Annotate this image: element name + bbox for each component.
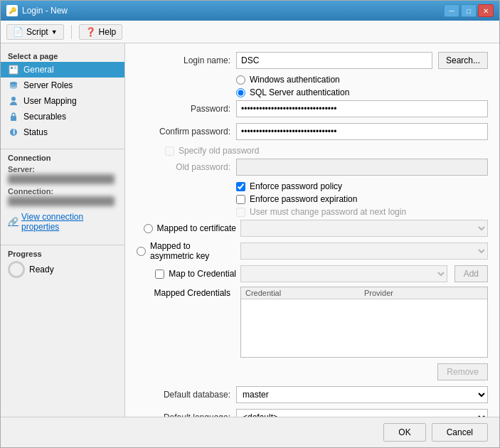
window-title: Login - New xyxy=(22,6,68,16)
enforce-expiration-checkbox[interactable] xyxy=(236,195,245,204)
svg-rect-1 xyxy=(11,67,13,69)
sidebar-item-securables[interactable]: Securables xyxy=(1,109,124,124)
script-dropdown-arrow: ▼ xyxy=(51,28,58,36)
server-roles-icon xyxy=(8,80,19,91)
sidebar-user-mapping-label: User Mapping xyxy=(23,96,77,106)
progress-status: Ready xyxy=(29,265,54,274)
sidebar-item-general[interactable]: General xyxy=(1,62,124,78)
mapped-credentials-label: Mapped Credentials xyxy=(137,287,236,298)
content-area: Login name: Search... Windows authentica… xyxy=(125,43,499,417)
default-database-select[interactable]: master xyxy=(236,386,488,403)
windows-auth-row: Windows authentication xyxy=(236,75,488,85)
old-password-input[interactable] xyxy=(236,159,488,176)
default-language-row: Default language: <default> xyxy=(137,409,488,417)
login-name-label: Login name: xyxy=(137,55,236,65)
login-name-row: Login name: Search... xyxy=(137,52,488,69)
sidebar-status-label: Status xyxy=(23,127,48,137)
link-text: View connection properties xyxy=(21,212,117,232)
user-mapping-icon xyxy=(8,95,19,107)
confirm-password-label: Confirm password: xyxy=(151,127,236,137)
svg-rect-2 xyxy=(14,67,16,68)
provider-col-header: Provider xyxy=(364,289,483,297)
link-icon: 🔗 xyxy=(8,217,18,227)
status-icon: i xyxy=(8,127,19,138)
windows-auth-radio[interactable] xyxy=(236,75,245,85)
mapped-key-select[interactable] xyxy=(240,242,488,260)
toolbar: 📄 Script ▼ ❓ Help xyxy=(1,21,499,43)
window-icon: 🔑 xyxy=(6,5,18,16)
password-label: Password: xyxy=(151,104,236,114)
map-credential-select[interactable] xyxy=(240,265,447,282)
mapped-key-label: Mapped to asymmetric key xyxy=(150,241,236,261)
title-bar: 🔑 Login - New ─ □ ✕ xyxy=(1,1,499,21)
securables-icon xyxy=(8,111,19,122)
mapped-credentials-row: Mapped Credentials Credential Provider R… xyxy=(137,287,488,380)
connection-header: Connection xyxy=(8,154,117,162)
svg-point-5 xyxy=(11,97,16,101)
map-credential-label: Map to Credential xyxy=(169,269,236,279)
cancel-button[interactable]: Cancel xyxy=(432,423,488,442)
map-credential-checkbox[interactable] xyxy=(155,270,164,279)
user-must-change-row: User must change password at next login xyxy=(236,207,488,217)
window-controls: ─ □ ✕ xyxy=(444,4,494,17)
sidebar-securables-label: Securables xyxy=(23,112,66,122)
sql-auth-row: SQL Server authentication xyxy=(236,87,488,97)
old-password-label: Old password: xyxy=(165,162,236,172)
mapped-key-radio[interactable] xyxy=(137,247,146,256)
sql-auth-label: SQL Server authentication xyxy=(250,87,349,97)
map-credential-row: Map to Credential Add xyxy=(137,265,488,282)
minimize-button[interactable]: ─ xyxy=(444,4,459,17)
remove-button[interactable]: Remove xyxy=(437,363,488,380)
svg-rect-6 xyxy=(11,116,16,121)
password-input[interactable] xyxy=(236,100,488,117)
add-credential-button[interactable]: Add xyxy=(454,265,488,282)
progress-section: Progress Ready xyxy=(1,245,124,282)
login-name-input[interactable] xyxy=(236,52,432,69)
close-button[interactable]: ✕ xyxy=(478,4,494,17)
specify-old-password-row: Specify old password xyxy=(165,146,488,156)
password-row: Password: xyxy=(151,100,488,117)
enforce-expiration-label: Enforce password expiration xyxy=(250,194,357,204)
progress-spinner xyxy=(8,261,25,278)
footer: OK Cancel xyxy=(1,417,499,447)
svg-text:i: i xyxy=(13,127,15,137)
sidebar-general-label: General xyxy=(23,65,54,75)
user-must-change-label: User must change password at next login xyxy=(250,207,406,217)
help-button[interactable]: ❓ Help xyxy=(79,24,123,40)
sidebar-item-user-mapping[interactable]: User Mapping xyxy=(1,93,124,109)
default-language-select[interactable]: <default> xyxy=(236,409,488,417)
svg-rect-3 xyxy=(14,68,16,69)
toolbar-separator xyxy=(71,25,72,39)
credential-table: Credential Provider xyxy=(240,287,488,358)
mapped-key-row: Mapped to asymmetric key xyxy=(137,241,488,261)
enforce-policy-row: Enforce password policy xyxy=(236,181,488,191)
view-connection-properties-link[interactable]: 🔗 View connection properties xyxy=(8,212,117,232)
script-button[interactable]: 📄 Script ▼ xyxy=(6,24,64,40)
mapped-cert-radio[interactable] xyxy=(144,224,153,233)
mapped-cert-label: Mapped to certificate xyxy=(157,223,236,233)
credential-col-header: Credential xyxy=(245,289,364,297)
enforce-expiration-row: Enforce password expiration xyxy=(236,194,488,204)
sidebar-item-server-roles[interactable]: Server Roles xyxy=(1,78,124,93)
help-label: Help xyxy=(99,27,117,37)
script-label: Script xyxy=(26,27,48,37)
confirm-password-row: Confirm password: xyxy=(151,123,488,140)
old-password-row: Old password: xyxy=(165,159,488,176)
confirm-password-input[interactable] xyxy=(236,123,488,140)
sql-auth-radio[interactable] xyxy=(236,88,245,97)
enforce-policy-checkbox[interactable] xyxy=(236,182,245,191)
general-icon xyxy=(8,64,19,75)
mapped-cert-select[interactable] xyxy=(240,220,488,237)
maximize-button[interactable]: □ xyxy=(461,4,477,17)
server-label: Server: xyxy=(8,165,117,174)
script-icon: 📄 xyxy=(13,27,23,37)
windows-auth-label: Windows authentication xyxy=(250,75,340,85)
ok-button[interactable]: OK xyxy=(383,423,425,442)
user-must-change-checkbox[interactable] xyxy=(236,208,245,217)
default-database-label: Default database: xyxy=(137,390,236,400)
specify-old-password-checkbox[interactable] xyxy=(165,146,174,156)
sidebar-item-status[interactable]: i Status xyxy=(1,124,124,140)
connection-value: XXXXXXXXXXXXXXXXX xyxy=(8,196,115,206)
search-button[interactable]: Search... xyxy=(438,52,488,69)
credential-table-body xyxy=(241,299,487,305)
